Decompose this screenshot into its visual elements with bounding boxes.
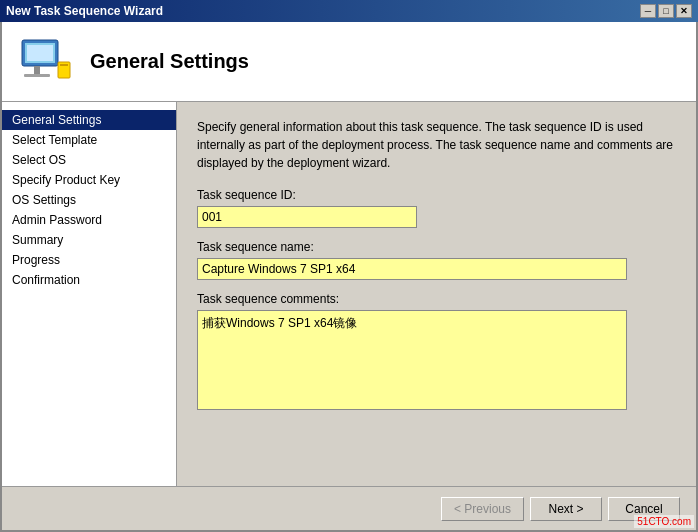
task-sequence-comments-group: Task sequence comments:: [197, 292, 676, 413]
close-button[interactable]: ✕: [676, 4, 692, 18]
next-button[interactable]: Next >: [530, 497, 602, 521]
svg-rect-6: [60, 64, 68, 66]
cancel-button[interactable]: Cancel: [608, 497, 680, 521]
sidebar-item-confirmation[interactable]: Confirmation: [2, 270, 176, 290]
main-panel: Specify general information about this t…: [177, 102, 696, 486]
previous-button[interactable]: < Previous: [441, 497, 524, 521]
sidebar-item-general-settings[interactable]: General Settings: [2, 110, 176, 130]
wizard-header: General Settings: [2, 22, 696, 102]
sidebar-item-specify-product-key[interactable]: Specify Product Key: [2, 170, 176, 190]
sidebar-item-admin-password[interactable]: Admin Password: [2, 210, 176, 230]
task-sequence-name-label: Task sequence name:: [197, 240, 676, 254]
task-sequence-name-input[interactable]: [197, 258, 627, 280]
minimize-button[interactable]: ─: [640, 4, 656, 18]
sidebar-item-select-os[interactable]: Select OS: [2, 150, 176, 170]
task-sequence-id-label: Task sequence ID:: [197, 188, 676, 202]
title-bar: New Task Sequence Wizard ─ □ ✕: [0, 0, 698, 22]
task-sequence-id-group: Task sequence ID:: [197, 188, 676, 228]
wizard-content: General Settings Select Template Select …: [2, 102, 696, 486]
page-title: General Settings: [90, 50, 249, 73]
wizard-icon: [18, 34, 74, 90]
sidebar-item-os-settings[interactable]: OS Settings: [2, 190, 176, 210]
svg-rect-3: [24, 74, 50, 77]
title-bar-buttons: ─ □ ✕: [640, 4, 692, 18]
task-sequence-comments-input[interactable]: [197, 310, 627, 410]
svg-rect-2: [34, 66, 40, 74]
sidebar-item-select-template[interactable]: Select Template: [2, 130, 176, 150]
svg-rect-4: [27, 45, 53, 61]
sidebar-item-summary[interactable]: Summary: [2, 230, 176, 250]
title-bar-text: New Task Sequence Wizard: [6, 4, 640, 18]
task-sequence-name-group: Task sequence name:: [197, 240, 676, 280]
description-text: Specify general information about this t…: [197, 118, 676, 172]
sidebar-item-progress[interactable]: Progress: [2, 250, 176, 270]
task-sequence-comments-label: Task sequence comments:: [197, 292, 676, 306]
wizard-footer: < Previous Next > Cancel: [2, 486, 696, 530]
sidebar: General Settings Select Template Select …: [2, 102, 177, 486]
wizard-window: General Settings General Settings Select…: [0, 22, 698, 532]
maximize-button[interactable]: □: [658, 4, 674, 18]
task-sequence-id-input[interactable]: [197, 206, 417, 228]
